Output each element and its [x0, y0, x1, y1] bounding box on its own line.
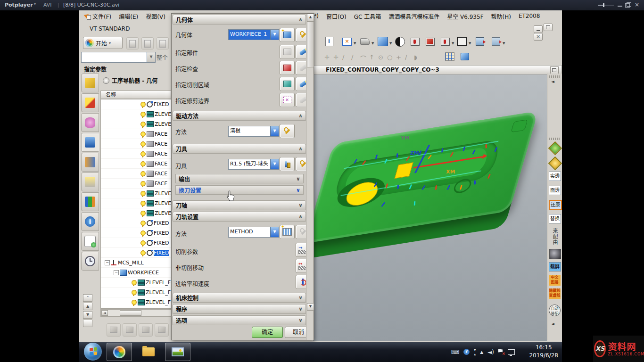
geometry-view-tab[interactable]: [81, 113, 99, 132]
clock-tab[interactable]: [81, 252, 99, 271]
chevron-down-icon[interactable]: ∨: [298, 295, 303, 301]
graphics-viewport[interactable]: YM ZM XM: [313, 74, 547, 341]
speaker-icon[interactable]: ◄): [487, 349, 494, 355]
menu-item[interactable]: 编辑(E): [119, 12, 138, 20]
tree-row[interactable]: ZLEVEL_F: [132, 288, 171, 297]
process-assistant-tab[interactable]: [81, 173, 99, 191]
menu-item[interactable]: GC 工具箱: [354, 12, 381, 20]
combo-arrow-icon[interactable]: ▼: [270, 159, 279, 169]
tree-row[interactable]: ZLEVE: [140, 109, 171, 119]
clip-section-2-icon[interactable]: [490, 36, 502, 47]
chevron-down-icon[interactable]: ∨: [298, 306, 303, 312]
scroll-top-icon[interactable]: ⌃: [83, 294, 92, 302]
tree-row[interactable]: FIXED: [140, 238, 169, 248]
child-close-icon[interactable]: [534, 33, 543, 41]
tree-row[interactable]: FIXED: [140, 248, 169, 258]
restore-icon[interactable]: [625, 3, 630, 8]
tree-row[interactable]: FACE: [140, 159, 167, 169]
tree-row[interactable]: FACE: [140, 149, 167, 159]
section-tool[interactable]: 刀具∧: [173, 144, 306, 154]
snap-tool-icon[interactable]: ∕: [405, 54, 407, 61]
tree-row[interactable]: ZLEVEL_F: [132, 278, 171, 288]
select-check-button[interactable]: [280, 61, 295, 75]
toolbar-handle[interactable]: [549, 75, 560, 78]
taskbar-nx-button[interactable]: [107, 343, 132, 361]
restore-display-button[interactable]: 还原: [549, 200, 562, 210]
snap-tool-icon[interactable]: ○: [387, 54, 392, 61]
chevron-up-icon[interactable]: ∧: [298, 146, 303, 152]
snap-tool-icon[interactable]: ⊙: [378, 54, 383, 61]
tree-row[interactable]: FACE: [140, 139, 167, 149]
tree-row[interactable]: −MCS_MILL: [105, 258, 144, 268]
screenshot-button[interactable]: 截屏: [549, 262, 561, 272]
volume-slider[interactable]: [598, 5, 614, 6]
green-diamond-icon[interactable]: [548, 141, 562, 156]
tree-row[interactable]: −WORKPIECE: [114, 268, 159, 278]
close-icon[interactable]: ×: [635, 2, 639, 7]
chevron-down-icon[interactable]: ▼: [452, 41, 454, 45]
section-cylinder-icon[interactable]: [409, 36, 421, 47]
replace-button[interactable]: 替换: [549, 214, 561, 223]
expander-icon[interactable]: −: [105, 260, 110, 265]
section-program[interactable]: 程序∨: [173, 304, 306, 314]
scroll-up-icon[interactable]: ▲: [307, 14, 314, 21]
chevron-down-icon[interactable]: ▼: [372, 41, 374, 45]
select-cut-area-button[interactable]: [280, 77, 295, 91]
new-file-icon[interactable]: [126, 37, 139, 49]
new-tool-button[interactable]: [280, 157, 295, 171]
clip-section-icon[interactable]: [474, 36, 486, 47]
solid-transparent-button[interactable]: 实透: [549, 172, 561, 181]
chevron-down-icon[interactable]: ∨: [296, 187, 300, 193]
scroll-down-icon[interactable]: ▼: [307, 303, 314, 311]
toolbar-handle[interactable]: [549, 138, 560, 140]
menu-item[interactable]: 文件(F): [92, 12, 111, 20]
chevron-down-icon[interactable]: ▼: [503, 41, 505, 45]
tree-row[interactable]: FIXED: [140, 228, 169, 238]
tree-row[interactable]: ZLEVE: [140, 198, 171, 208]
dialog-scrollbar[interactable]: ▲ ▼: [306, 14, 314, 340]
tree-row[interactable]: ZLEVEL_F: [132, 297, 171, 307]
start-button[interactable]: 开始 ▾: [83, 37, 123, 49]
child-restore-icon[interactable]: [544, 24, 553, 31]
potplayer-brand[interactable]: Potplayer: [5, 2, 33, 8]
snap-tool-icon[interactable]: ↑: [369, 54, 374, 61]
ok-button[interactable]: 确定: [252, 327, 283, 338]
new-method-button[interactable]: [280, 225, 295, 239]
chevron-up-icon[interactable]: ∧: [298, 113, 303, 119]
auto-assemble-button[interactable]: 自动装配: [549, 304, 561, 316]
open-file-icon[interactable]: [141, 37, 154, 49]
select-trim-button[interactable]: ✕: [280, 93, 295, 107]
chevron-down-icon[interactable]: ▼: [389, 41, 392, 45]
output-subsection[interactable]: 输出∨: [175, 174, 304, 183]
machining-library-tab[interactable]: [81, 153, 99, 172]
restore-icon[interactable]: [550, 66, 559, 74]
scrollbar-thumb[interactable]: [120, 310, 141, 316]
machine-tool-view-tab[interactable]: [81, 93, 99, 112]
blank-style-icon[interactable]: [456, 36, 468, 47]
hidden-line-button[interactable]: 隐藏线变虚线: [549, 288, 561, 299]
assembly-tool-icon[interactable]: [139, 323, 153, 337]
tool-view-tab[interactable]: [81, 133, 99, 152]
path-method-combo[interactable]: METHOD ▼: [228, 227, 279, 238]
edit-drive-method-button[interactable]: [280, 124, 295, 138]
chevron-up-icon[interactable]: ∧: [298, 214, 303, 220]
scroll-left-icon[interactable]: ◄: [101, 310, 108, 316]
taskbar-explorer-button[interactable]: [136, 343, 161, 361]
snap-tool-icon[interactable]: ∕: [342, 54, 344, 61]
action-center-flag-icon[interactable]: [498, 349, 504, 355]
tool-combo[interactable]: R1.5 (铣刀-球头 ▼: [228, 159, 279, 170]
tree-row[interactable]: FIXED: [140, 218, 169, 228]
shaded-view-icon[interactable]: [377, 36, 388, 47]
snap-tool-icon[interactable]: ✛: [324, 54, 330, 61]
chevron-down-icon[interactable]: ▼: [469, 41, 471, 45]
snap-tool-icon[interactable]: +: [396, 54, 401, 61]
scroll-down-icon[interactable]: ▼: [83, 311, 92, 319]
snap-tool-icon[interactable]: ∕: [351, 54, 353, 61]
work-layer-cube-icon[interactable]: [459, 51, 471, 62]
collapse-left-icon[interactable]: ◄: [551, 79, 554, 84]
horizontal-scrollbar[interactable]: ◄: [100, 309, 172, 317]
mold-part[interactable]: [313, 111, 538, 244]
library-tab[interactable]: [81, 192, 99, 211]
tree-row[interactable]: ZLEVE: [140, 189, 171, 198]
scrollbar-thumb[interactable]: [307, 21, 314, 67]
